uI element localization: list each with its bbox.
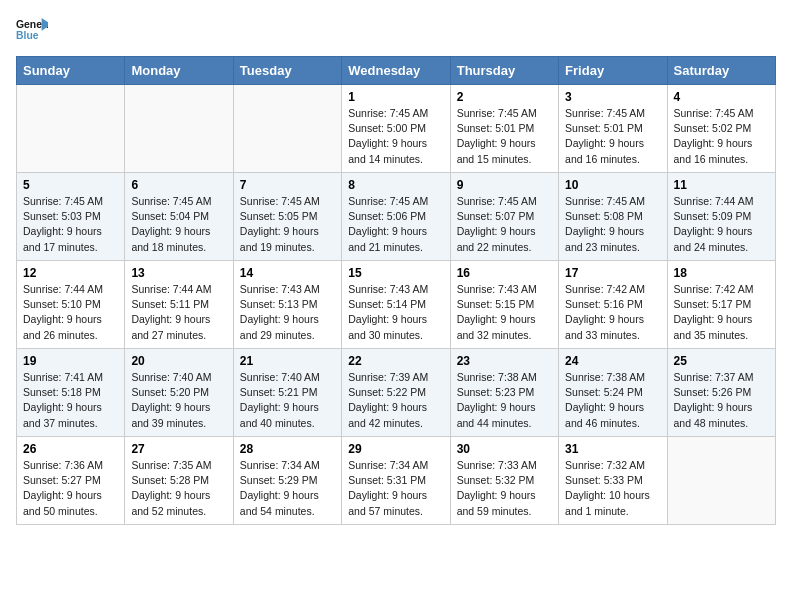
- day-info: Sunrise: 7:40 AM Sunset: 5:21 PM Dayligh…: [240, 370, 335, 431]
- calendar-cell: 15Sunrise: 7:43 AM Sunset: 5:14 PM Dayli…: [342, 261, 450, 349]
- calendar-cell: 5Sunrise: 7:45 AM Sunset: 5:03 PM Daylig…: [17, 173, 125, 261]
- day-info: Sunrise: 7:45 AM Sunset: 5:05 PM Dayligh…: [240, 194, 335, 255]
- day-info: Sunrise: 7:36 AM Sunset: 5:27 PM Dayligh…: [23, 458, 118, 519]
- calendar-cell: 1Sunrise: 7:45 AM Sunset: 5:00 PM Daylig…: [342, 85, 450, 173]
- day-number: 16: [457, 266, 552, 280]
- day-number: 8: [348, 178, 443, 192]
- calendar-cell: [667, 437, 775, 525]
- weekday-header-thursday: Thursday: [450, 57, 558, 85]
- day-info: Sunrise: 7:37 AM Sunset: 5:26 PM Dayligh…: [674, 370, 769, 431]
- weekday-header-row: SundayMondayTuesdayWednesdayThursdayFrid…: [17, 57, 776, 85]
- day-info: Sunrise: 7:34 AM Sunset: 5:31 PM Dayligh…: [348, 458, 443, 519]
- day-number: 9: [457, 178, 552, 192]
- calendar-cell: 17Sunrise: 7:42 AM Sunset: 5:16 PM Dayli…: [559, 261, 667, 349]
- calendar-cell: 7Sunrise: 7:45 AM Sunset: 5:05 PM Daylig…: [233, 173, 341, 261]
- weekday-header-monday: Monday: [125, 57, 233, 85]
- calendar-cell: 26Sunrise: 7:36 AM Sunset: 5:27 PM Dayli…: [17, 437, 125, 525]
- week-row-1: 1Sunrise: 7:45 AM Sunset: 5:00 PM Daylig…: [17, 85, 776, 173]
- day-number: 24: [565, 354, 660, 368]
- day-info: Sunrise: 7:45 AM Sunset: 5:00 PM Dayligh…: [348, 106, 443, 167]
- calendar-cell: 13Sunrise: 7:44 AM Sunset: 5:11 PM Dayli…: [125, 261, 233, 349]
- day-info: Sunrise: 7:34 AM Sunset: 5:29 PM Dayligh…: [240, 458, 335, 519]
- day-info: Sunrise: 7:43 AM Sunset: 5:14 PM Dayligh…: [348, 282, 443, 343]
- calendar-cell: 8Sunrise: 7:45 AM Sunset: 5:06 PM Daylig…: [342, 173, 450, 261]
- weekday-header-saturday: Saturday: [667, 57, 775, 85]
- calendar-cell: 4Sunrise: 7:45 AM Sunset: 5:02 PM Daylig…: [667, 85, 775, 173]
- calendar-cell: 29Sunrise: 7:34 AM Sunset: 5:31 PM Dayli…: [342, 437, 450, 525]
- calendar-cell: 28Sunrise: 7:34 AM Sunset: 5:29 PM Dayli…: [233, 437, 341, 525]
- calendar-cell: 27Sunrise: 7:35 AM Sunset: 5:28 PM Dayli…: [125, 437, 233, 525]
- calendar-cell: 3Sunrise: 7:45 AM Sunset: 5:01 PM Daylig…: [559, 85, 667, 173]
- day-info: Sunrise: 7:44 AM Sunset: 5:09 PM Dayligh…: [674, 194, 769, 255]
- week-row-2: 5Sunrise: 7:45 AM Sunset: 5:03 PM Daylig…: [17, 173, 776, 261]
- day-number: 23: [457, 354, 552, 368]
- day-info: Sunrise: 7:38 AM Sunset: 5:23 PM Dayligh…: [457, 370, 552, 431]
- day-info: Sunrise: 7:42 AM Sunset: 5:16 PM Dayligh…: [565, 282, 660, 343]
- day-number: 25: [674, 354, 769, 368]
- week-row-3: 12Sunrise: 7:44 AM Sunset: 5:10 PM Dayli…: [17, 261, 776, 349]
- day-number: 2: [457, 90, 552, 104]
- day-number: 20: [131, 354, 226, 368]
- weekday-header-wednesday: Wednesday: [342, 57, 450, 85]
- day-number: 3: [565, 90, 660, 104]
- day-info: Sunrise: 7:44 AM Sunset: 5:11 PM Dayligh…: [131, 282, 226, 343]
- day-info: Sunrise: 7:45 AM Sunset: 5:08 PM Dayligh…: [565, 194, 660, 255]
- day-number: 19: [23, 354, 118, 368]
- calendar-cell: 21Sunrise: 7:40 AM Sunset: 5:21 PM Dayli…: [233, 349, 341, 437]
- day-number: 22: [348, 354, 443, 368]
- day-number: 30: [457, 442, 552, 456]
- calendar-cell: 12Sunrise: 7:44 AM Sunset: 5:10 PM Dayli…: [17, 261, 125, 349]
- calendar-cell: 24Sunrise: 7:38 AM Sunset: 5:24 PM Dayli…: [559, 349, 667, 437]
- calendar-cell: 31Sunrise: 7:32 AM Sunset: 5:33 PM Dayli…: [559, 437, 667, 525]
- week-row-4: 19Sunrise: 7:41 AM Sunset: 5:18 PM Dayli…: [17, 349, 776, 437]
- day-info: Sunrise: 7:41 AM Sunset: 5:18 PM Dayligh…: [23, 370, 118, 431]
- calendar-cell: 14Sunrise: 7:43 AM Sunset: 5:13 PM Dayli…: [233, 261, 341, 349]
- day-info: Sunrise: 7:45 AM Sunset: 5:06 PM Dayligh…: [348, 194, 443, 255]
- page-header: General Blue: [16, 16, 776, 44]
- calendar-cell: 25Sunrise: 7:37 AM Sunset: 5:26 PM Dayli…: [667, 349, 775, 437]
- calendar-cell: [233, 85, 341, 173]
- day-info: Sunrise: 7:45 AM Sunset: 5:03 PM Dayligh…: [23, 194, 118, 255]
- day-info: Sunrise: 7:32 AM Sunset: 5:33 PM Dayligh…: [565, 458, 660, 519]
- logo: General Blue: [16, 16, 52, 44]
- calendar-cell: 18Sunrise: 7:42 AM Sunset: 5:17 PM Dayli…: [667, 261, 775, 349]
- day-number: 1: [348, 90, 443, 104]
- day-number: 27: [131, 442, 226, 456]
- day-info: Sunrise: 7:43 AM Sunset: 5:15 PM Dayligh…: [457, 282, 552, 343]
- day-number: 14: [240, 266, 335, 280]
- day-number: 28: [240, 442, 335, 456]
- day-number: 29: [348, 442, 443, 456]
- calendar-cell: [125, 85, 233, 173]
- calendar-cell: 11Sunrise: 7:44 AM Sunset: 5:09 PM Dayli…: [667, 173, 775, 261]
- calendar-cell: 23Sunrise: 7:38 AM Sunset: 5:23 PM Dayli…: [450, 349, 558, 437]
- day-info: Sunrise: 7:42 AM Sunset: 5:17 PM Dayligh…: [674, 282, 769, 343]
- day-number: 31: [565, 442, 660, 456]
- calendar-cell: 2Sunrise: 7:45 AM Sunset: 5:01 PM Daylig…: [450, 85, 558, 173]
- day-number: 7: [240, 178, 335, 192]
- weekday-header-friday: Friday: [559, 57, 667, 85]
- calendar-cell: 30Sunrise: 7:33 AM Sunset: 5:32 PM Dayli…: [450, 437, 558, 525]
- day-info: Sunrise: 7:45 AM Sunset: 5:01 PM Dayligh…: [565, 106, 660, 167]
- weekday-header-sunday: Sunday: [17, 57, 125, 85]
- day-number: 5: [23, 178, 118, 192]
- day-info: Sunrise: 7:40 AM Sunset: 5:20 PM Dayligh…: [131, 370, 226, 431]
- day-number: 12: [23, 266, 118, 280]
- day-info: Sunrise: 7:45 AM Sunset: 5:07 PM Dayligh…: [457, 194, 552, 255]
- day-info: Sunrise: 7:39 AM Sunset: 5:22 PM Dayligh…: [348, 370, 443, 431]
- calendar-cell: [17, 85, 125, 173]
- day-info: Sunrise: 7:33 AM Sunset: 5:32 PM Dayligh…: [457, 458, 552, 519]
- day-info: Sunrise: 7:38 AM Sunset: 5:24 PM Dayligh…: [565, 370, 660, 431]
- weekday-header-tuesday: Tuesday: [233, 57, 341, 85]
- day-info: Sunrise: 7:45 AM Sunset: 5:04 PM Dayligh…: [131, 194, 226, 255]
- calendar-cell: 16Sunrise: 7:43 AM Sunset: 5:15 PM Dayli…: [450, 261, 558, 349]
- day-info: Sunrise: 7:45 AM Sunset: 5:01 PM Dayligh…: [457, 106, 552, 167]
- day-info: Sunrise: 7:45 AM Sunset: 5:02 PM Dayligh…: [674, 106, 769, 167]
- week-row-5: 26Sunrise: 7:36 AM Sunset: 5:27 PM Dayli…: [17, 437, 776, 525]
- day-info: Sunrise: 7:35 AM Sunset: 5:28 PM Dayligh…: [131, 458, 226, 519]
- day-info: Sunrise: 7:43 AM Sunset: 5:13 PM Dayligh…: [240, 282, 335, 343]
- day-number: 17: [565, 266, 660, 280]
- svg-text:Blue: Blue: [16, 30, 39, 41]
- day-number: 4: [674, 90, 769, 104]
- logo-icon: General Blue: [16, 16, 48, 44]
- day-number: 13: [131, 266, 226, 280]
